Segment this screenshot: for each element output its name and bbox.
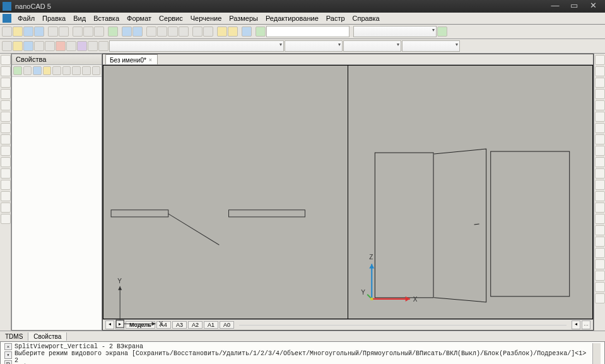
menu-raster[interactable]: Растр [322,14,349,23]
zoom-prev-icon[interactable] [179,26,189,37]
offset-icon[interactable] [595,112,605,122]
tab-tdms[interactable]: TDMS [0,332,28,341]
color-dropdown[interactable] [285,40,343,52]
extend-icon[interactable] [595,168,605,179]
distance-icon[interactable] [228,26,238,37]
polygon-icon[interactable] [1,112,11,122]
layer-freeze-icon[interactable] [23,41,33,51]
layer-iso-icon[interactable] [98,41,109,51]
array-icon[interactable] [595,123,605,133]
layer-lw-icon[interactable] [56,41,66,51]
regen-icon[interactable] [192,26,203,37]
measure-icon[interactable] [217,26,227,37]
menu-draw[interactable]: Черчение [187,14,226,23]
document-tab-close-icon[interactable]: × [149,57,152,63]
print-icon[interactable] [48,26,58,37]
trim-icon[interactable] [595,157,605,167]
linetype-dropdown[interactable] [343,40,401,52]
props-toggle-icon[interactable] [23,66,32,75]
lineweight-dropdown[interactable] [402,40,460,52]
command-line[interactable]: × ▾ ⧉ SplitViewport_Vertical - 2 ВЭкрана… [0,341,605,364]
erase-icon[interactable] [595,55,605,65]
menu-format[interactable]: Формат [123,14,155,23]
pedit-icon[interactable] [595,259,605,269]
open-icon[interactable] [13,26,23,37]
tab-props-bottom[interactable]: Свойства [28,332,67,341]
go-icon[interactable] [437,26,447,37]
document-tab-active[interactable]: Без имени0* × [105,54,158,64]
break-icon[interactable] [595,180,605,190]
undo-icon[interactable] [122,26,132,37]
polyline-icon[interactable] [1,66,11,76]
menu-file[interactable]: Файл [14,14,38,23]
rectangle-icon[interactable] [1,100,11,110]
layer-prev-icon[interactable] [77,41,87,51]
spline-icon[interactable] [1,134,11,144]
copy-icon[interactable] [83,26,93,37]
minimize-button[interactable]: — [546,1,565,11]
props-more-icon[interactable] [82,66,91,75]
layer-state-icon[interactable] [88,41,98,51]
cmd-copy-icon[interactable]: ⧉ [4,360,12,364]
help-icon[interactable] [242,26,252,37]
props-next-icon[interactable] [72,66,81,75]
stretch-icon[interactable] [595,146,605,156]
redo-icon[interactable] [132,26,143,37]
paste-icon[interactable] [94,26,104,37]
save-icon[interactable] [23,26,33,37]
menu-dimensions[interactable]: Размеры [225,14,262,23]
menu-view[interactable]: Вид [69,14,90,23]
props-pick-icon[interactable] [43,66,52,75]
layer-lt-icon[interactable] [66,41,76,51]
new-icon[interactable] [2,26,12,37]
arc-icon[interactable] [1,89,11,99]
move-icon[interactable] [595,66,605,76]
text-icon[interactable] [1,180,11,190]
copy2-icon[interactable] [595,78,605,88]
block-icon[interactable] [1,168,11,179]
menu-help[interactable]: Справка [349,14,384,23]
layer-dropdown[interactable] [109,40,284,52]
measure2-icon[interactable] [595,282,605,292]
search-input[interactable] [266,26,349,37]
viewport-left[interactable]: X Y [103,65,348,319]
props-filter-icon[interactable] [52,66,61,75]
matchprop-icon[interactable] [108,26,118,37]
align-icon[interactable] [595,237,605,247]
print-preview-icon[interactable] [59,26,69,37]
pan-icon[interactable] [146,26,156,37]
mtext-icon[interactable] [1,191,11,201]
cut-icon[interactable] [73,26,83,37]
props-add-icon[interactable] [13,66,22,75]
layer-lock-icon[interactable] [34,41,44,51]
options-icon[interactable] [203,26,213,37]
scale-icon[interactable] [595,134,605,144]
cmd-history-icon[interactable]: ▾ [4,351,12,358]
group-icon[interactable] [595,293,605,303]
region-icon[interactable] [1,214,11,224]
maximize-button[interactable]: ▭ [565,1,584,11]
layers-icon[interactable] [2,41,12,51]
table-icon[interactable] [1,203,11,213]
divide-icon[interactable] [595,271,605,281]
menu-modify[interactable]: Редактирование [262,14,322,23]
search-icon[interactable] [256,26,266,37]
close-button[interactable]: ✕ [584,1,602,11]
props-opts-icon[interactable] [92,66,101,75]
viewport-right[interactable]: X Z Y [348,65,593,319]
circle-icon[interactable] [1,78,11,88]
join-icon[interactable] [595,191,605,201]
lengthen-icon[interactable] [595,248,605,258]
layer-color-icon[interactable] [45,41,55,51]
explode-icon[interactable] [595,225,605,235]
mirror-icon[interactable] [595,100,605,110]
layer-select[interactable] [353,26,437,37]
rotate-icon[interactable] [595,89,605,99]
menu-tools[interactable]: Сервис [155,14,187,23]
menu-edit[interactable]: Правка [38,14,69,23]
hatch-icon[interactable] [1,146,11,156]
props-prev-icon[interactable] [62,66,71,75]
ellipse-icon[interactable] [1,123,11,133]
cmd-clear-icon[interactable]: × [4,343,12,350]
point-icon[interactable] [1,157,11,167]
